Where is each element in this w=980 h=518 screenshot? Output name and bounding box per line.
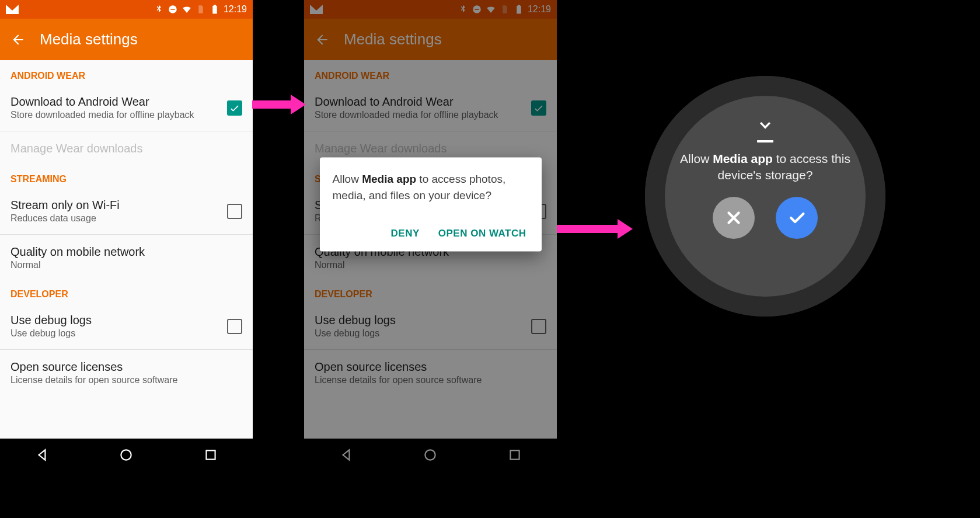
phone-screenshot-2: 12:19 Media settings ANDROID WEAR Downlo… bbox=[304, 0, 557, 471]
no-sim-icon bbox=[196, 4, 206, 15]
close-icon bbox=[724, 208, 744, 228]
row-manage-wear-downloads[interactable]: Manage Wear downloads bbox=[0, 134, 253, 164]
flow-arrow-2 bbox=[557, 225, 620, 233]
row-debug-logs[interactable]: Use debug logs Use debug logs bbox=[0, 305, 253, 347]
watch-face: Allow Media app to access this device's … bbox=[665, 96, 866, 297]
settings-list: ANDROID WEAR Download to Android Wear St… bbox=[0, 60, 253, 439]
gmail-icon bbox=[6, 5, 19, 14]
nav-back-icon[interactable] bbox=[34, 447, 50, 463]
dnd-icon bbox=[168, 4, 178, 15]
row-subtitle: Store downloaded media for offline playb… bbox=[11, 110, 227, 120]
section-header-wear: ANDROID WEAR bbox=[0, 60, 253, 87]
flow-arrow-1 bbox=[252, 100, 293, 109]
row-title: Download to Android Wear bbox=[11, 95, 227, 109]
nav-recents-icon[interactable] bbox=[203, 447, 218, 463]
row-subtitle: License details for open source software bbox=[11, 375, 242, 385]
watch-message: Allow Media app to access this device's … bbox=[680, 151, 850, 184]
page-title: Media settings bbox=[40, 30, 138, 48]
row-subtitle: Reduces data usage bbox=[11, 213, 227, 224]
nav-bar bbox=[0, 439, 253, 471]
divider bbox=[0, 234, 253, 235]
divider bbox=[0, 349, 253, 350]
row-subtitle: Normal bbox=[11, 260, 242, 270]
row-subtitle: Use debug logs bbox=[11, 328, 227, 339]
permission-dialog: Allow Media app to access photos, media,… bbox=[320, 157, 542, 251]
section-header-streaming: STREAMING bbox=[0, 164, 253, 190]
bluetooth-icon bbox=[154, 4, 164, 15]
clock: 12:19 bbox=[224, 4, 247, 15]
checkbox-debug[interactable] bbox=[227, 319, 242, 334]
back-icon[interactable] bbox=[11, 32, 26, 47]
row-title: Use debug logs bbox=[11, 314, 227, 327]
row-title: Open source licenses bbox=[11, 360, 242, 374]
status-bar: 12:19 bbox=[0, 0, 253, 19]
row-open-source-licenses[interactable]: Open source licenses License details for… bbox=[0, 352, 253, 394]
divider bbox=[0, 131, 253, 131]
app-bar: Media settings bbox=[0, 19, 253, 60]
checkbox-download-to-wear[interactable] bbox=[227, 100, 242, 116]
row-stream-only-wifi[interactable]: Stream only on Wi-Fi Reduces data usage bbox=[0, 190, 253, 232]
download-icon bbox=[754, 113, 777, 137]
row-title: Quality on mobile network bbox=[11, 245, 242, 259]
svg-point-2 bbox=[121, 450, 131, 460]
row-download-to-wear[interactable]: Download to Android Wear Store downloade… bbox=[0, 87, 253, 128]
dialog-open-on-watch-button[interactable]: OPEN ON WATCH bbox=[436, 224, 529, 245]
wifi-icon bbox=[182, 4, 192, 15]
row-title: Stream only on Wi-Fi bbox=[11, 199, 227, 212]
check-icon bbox=[787, 208, 807, 228]
dialog-message: Allow Media app to access photos, media,… bbox=[333, 171, 529, 203]
dialog-deny-button[interactable]: DENY bbox=[389, 224, 422, 245]
row-title: Manage Wear downloads bbox=[11, 142, 242, 155]
checkbox-stream-wifi[interactable] bbox=[227, 204, 242, 219]
watch-allow-button[interactable] bbox=[776, 197, 818, 239]
download-icon-underline bbox=[757, 140, 773, 142]
nav-home-icon[interactable] bbox=[118, 447, 134, 463]
section-header-dev: DEVELOPER bbox=[0, 279, 253, 305]
svg-rect-3 bbox=[206, 450, 215, 459]
phone-screenshot-1: 12:19 Media settings ANDROID WEAR Downlo… bbox=[0, 0, 253, 471]
watch-deny-button[interactable] bbox=[713, 197, 755, 239]
row-quality-mobile[interactable]: Quality on mobile network Normal bbox=[0, 237, 253, 279]
watch-screenshot: Allow Media app to access this device's … bbox=[645, 76, 885, 317]
svg-rect-1 bbox=[170, 9, 175, 10]
battery-icon bbox=[210, 4, 220, 15]
